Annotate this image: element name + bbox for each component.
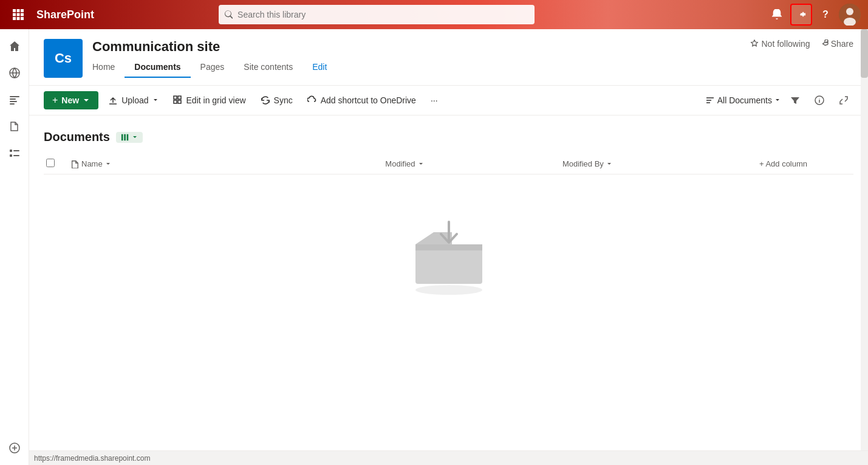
svg-rect-1 [17,9,20,12]
sidebar-item-home[interactable] [2,34,27,58]
chevron-down-icon [83,97,90,104]
svg-rect-14 [10,98,16,100]
site-title: Communication site [92,39,750,55]
svg-rect-20 [13,155,19,156]
sync-button[interactable]: Sync [256,93,298,108]
help-icon-btn[interactable]: ? [815,4,836,26]
modifiedby-column-header[interactable]: Modified By [555,154,752,174]
select-all-checkbox[interactable] [46,159,55,167]
site-title-info: Communication site Home Documents Pages … [92,39,750,78]
sharepoint-logo[interactable]: SharePoint [36,9,94,21]
onedrive-icon [307,95,317,105]
upload-chevron-icon [152,97,159,103]
notification-icon-btn[interactable] [766,4,788,26]
add-shortcut-button[interactable]: Add shortcut to OneDrive [302,93,421,108]
empty-folder-illustration [403,211,494,296]
name-column-header[interactable]: Name [63,154,378,174]
nav-site-contents[interactable]: Site contents [234,57,302,78]
modified-col-label: Modified [385,159,415,168]
svg-rect-15 [10,101,17,102]
svg-point-30 [415,285,482,295]
new-button-label: New [61,95,79,105]
upload-icon [108,95,118,105]
filter-button[interactable] [785,91,805,110]
all-documents-button[interactable]: All Documents [705,95,781,105]
nav-documents[interactable]: Documents [125,57,190,78]
svg-point-10 [846,8,853,15]
svg-rect-19 [10,154,12,157]
toolbar: + New Upload Edit i [29,86,868,115]
doc-title: Documents [44,130,110,144]
expand-icon [839,95,849,105]
svg-rect-28 [124,134,126,140]
nav-pages[interactable]: Pages [191,57,234,78]
file-icon [70,160,79,168]
library-icon [121,133,129,142]
svg-rect-8 [21,17,24,20]
sidebar-item-files[interactable] [2,114,27,139]
share-label: Share [831,39,853,49]
status-url: https://framedmedia.sharepoint.com [34,454,150,463]
top-nav-actions: ? [766,4,861,26]
site-logo: Cs [44,39,83,78]
add-col-label: + Add column [759,159,807,168]
waffle-icon[interactable] [7,4,29,26]
new-button[interactable]: + New [44,91,98,109]
info-icon [815,95,824,105]
svg-rect-6 [13,17,16,20]
main-layout: Cs Communication site Home Documents Pag… [0,29,868,465]
more-label: ··· [431,95,438,105]
svg-rect-2 [21,9,24,12]
name-col-label: Name [81,159,103,168]
upload-button[interactable]: Upload [103,93,163,108]
sidebar-item-globe[interactable] [2,61,27,85]
svg-rect-5 [21,13,24,16]
site-header: Cs Communication site Home Documents Pag… [29,29,868,86]
edit-grid-button[interactable]: Edit in grid view [168,93,251,108]
svg-rect-25 [178,100,181,103]
view-icon [705,95,715,105]
name-sort-icon [105,161,111,167]
sync-icon [261,95,270,105]
sidebar-item-add[interactable] [2,436,27,460]
svg-rect-13 [10,96,19,97]
documents-table: Name Modified [44,154,853,174]
svg-rect-23 [178,96,181,99]
sidebar-item-news[interactable] [2,88,27,112]
doc-view-button[interactable] [116,132,143,143]
svg-rect-16 [10,103,15,105]
plus-icon: + [52,95,58,106]
scrollbar[interactable] [861,115,868,450]
share-button[interactable]: Share [820,39,853,49]
empty-state [44,211,853,296]
status-bar: https://framedmedia.sharepoint.com [29,450,868,465]
toolbar-right: All Documents [705,91,853,110]
svg-rect-0 [13,9,16,12]
filter-icon [790,95,800,105]
sync-label: Sync [274,95,293,105]
site-actions: Not following Share [750,39,853,49]
svg-rect-7 [17,17,20,20]
not-following-button[interactable]: Not following [750,39,810,49]
settings-icon-btn[interactable] [790,4,812,26]
nav-home[interactable]: Home [92,57,125,78]
svg-rect-17 [10,150,12,152]
nav-edit[interactable]: Edit [302,57,337,78]
search-input[interactable] [238,10,528,19]
info-button[interactable] [810,91,829,110]
expand-button[interactable] [834,91,853,110]
more-button[interactable]: ··· [426,93,443,108]
svg-rect-29 [127,134,129,140]
upload-label: Upload [121,95,148,105]
sidebar-item-lists[interactable] [2,141,27,165]
share-icon [820,40,829,48]
modifiedby-sort-icon [606,161,612,167]
doc-title-row: Documents [44,130,853,144]
avatar[interactable] [839,4,861,26]
svg-rect-22 [174,96,177,99]
search-bar [219,5,535,24]
grid-icon [173,95,183,105]
add-column-header[interactable]: + Add column [752,154,853,174]
modified-column-header[interactable]: Modified [378,154,555,174]
main-content: Cs Communication site Home Documents Pag… [29,29,868,465]
